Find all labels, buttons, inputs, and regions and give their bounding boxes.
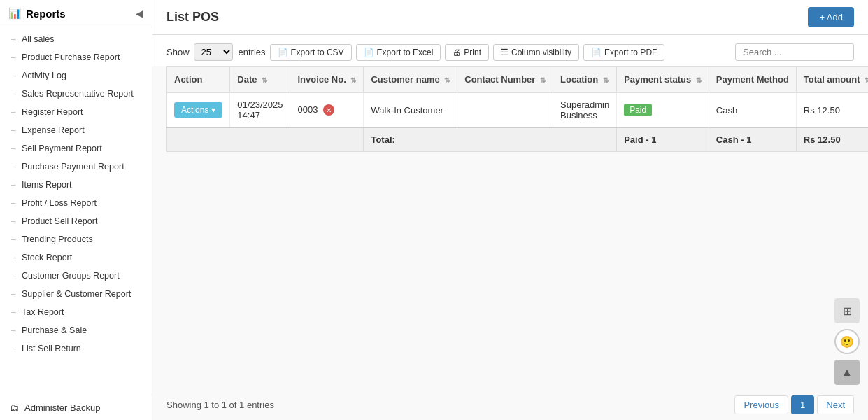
export-csv-button[interactable]: 📄 Export to CSV <box>270 44 352 61</box>
sidebar-item[interactable]: →Stock Report <box>0 248 152 267</box>
invoice-delete-icon[interactable]: ✕ <box>323 104 334 115</box>
col-payment-method: Payment Method <box>709 67 796 93</box>
arrow-icon: → <box>10 90 17 98</box>
sidebar-item[interactable]: →Customer Groups Report <box>0 267 152 285</box>
cell-contact <box>457 92 553 127</box>
cell-date: 01/23/2025 14:47 <box>230 92 290 127</box>
arrow-icon: → <box>10 235 17 244</box>
main-content: List POS + Add Show 25 50 100 entries 📄 … <box>152 0 868 420</box>
pagination: Previous 1 Next <box>734 396 854 414</box>
sidebar-item[interactable]: →Product Purchase Report <box>0 48 152 66</box>
arrow-icon: → <box>10 126 17 134</box>
sidebar-item[interactable]: →List Sell Return <box>0 340 152 358</box>
col-total-amount: Total amount ⇅ <box>796 67 868 93</box>
col-invoice: Invoice No. ⇅ <box>290 67 364 93</box>
cell-location: Superadmin Business <box>553 92 617 127</box>
sidebar-item[interactable]: →Items Report <box>0 176 152 194</box>
sidebar-item[interactable]: →All sales <box>0 30 152 48</box>
page-title: List POS <box>166 10 219 24</box>
smiley-icon-button[interactable]: 🙂 <box>834 329 860 354</box>
sidebar-item[interactable]: →Activity Log <box>0 66 152 85</box>
dropdown-arrow-icon: ▾ <box>211 105 215 115</box>
cell-action: Actions ▾ <box>167 92 230 127</box>
sidebar-item[interactable]: →Supplier & Customer Report <box>0 285 152 303</box>
sidebar-header: 📊 Reports ◀ <box>0 0 152 27</box>
arrow-icon: → <box>10 162 17 171</box>
sidebar-item[interactable]: →Product Sell Report <box>0 212 152 230</box>
search-input[interactable] <box>735 43 854 61</box>
csv-icon: 📄 <box>278 48 288 57</box>
export-excel-button[interactable]: 📄 Export to Excel <box>356 44 441 61</box>
table-wrapper: Action Date ⇅ Invoice No. ⇅ Customer nam… <box>152 66 868 390</box>
entries-select[interactable]: 25 50 100 <box>194 43 233 61</box>
previous-page-button[interactable]: Previous <box>734 396 788 414</box>
sidebar-nav: →All sales→Product Purchase Report→Activ… <box>0 27 152 395</box>
cell-customer: Walk-In Customer <box>364 92 457 127</box>
current-page-button[interactable]: 1 <box>791 396 814 414</box>
next-page-button[interactable]: Next <box>817 396 854 414</box>
arrow-icon: → <box>10 181 17 189</box>
sidebar-item[interactable]: →Trending Products <box>0 230 152 248</box>
cell-payment-status: Paid <box>617 92 709 127</box>
status-badge: Paid <box>624 104 652 116</box>
sidebar-title: 📊 Reports <box>8 7 66 20</box>
arrow-icon: → <box>10 53 17 62</box>
col-action: Action <box>167 67 230 93</box>
arrow-icon: → <box>10 344 17 353</box>
footer-total-label <box>167 127 364 152</box>
col-location: Location ⇅ <box>553 67 617 93</box>
sidebar: 📊 Reports ◀ →All sales→Product Purchase … <box>0 0 152 420</box>
print-button[interactable]: 🖨 Print <box>445 44 489 61</box>
col-contact: Contact Number ⇅ <box>457 67 553 93</box>
arrow-icon: → <box>10 290 17 298</box>
grid-icon-button[interactable]: ⊞ <box>834 298 860 323</box>
arrow-icon: → <box>10 253 17 262</box>
entries-label: entries <box>239 47 266 57</box>
sidebar-item[interactable]: →Sell Payment Report <box>0 139 152 158</box>
col-customer: Customer name ⇅ <box>364 67 457 93</box>
col-date: Date ⇅ <box>230 67 290 93</box>
actions-button[interactable]: Actions ▾ <box>174 102 222 118</box>
table-header-row: Action Date ⇅ Invoice No. ⇅ Customer nam… <box>167 67 869 93</box>
scroll-top-button[interactable]: ▲ <box>834 360 860 385</box>
print-icon: 🖨 <box>453 48 461 57</box>
cell-total-amount: Rs 12.50 <box>796 92 868 127</box>
arrow-icon: → <box>10 272 17 280</box>
pagination-bar: Showing 1 to 1 of 1 entries Previous 1 N… <box>152 390 868 420</box>
col-payment-status: Payment status ⇅ <box>617 67 709 93</box>
add-button[interactable]: + Add <box>808 7 854 27</box>
pos-table: Action Date ⇅ Invoice No. ⇅ Customer nam… <box>166 66 868 152</box>
backup-icon: 🗂 <box>10 402 19 413</box>
sidebar-item[interactable]: →Register Report <box>0 103 152 121</box>
sidebar-item[interactable]: →Sales Representative Report <box>0 85 152 103</box>
cell-payment-method: Cash <box>709 92 796 127</box>
sidebar-item[interactable]: →Tax Report <box>0 303 152 321</box>
footer-total-text: Total: <box>364 127 617 152</box>
arrow-icon: → <box>10 108 17 116</box>
arrow-icon: → <box>10 326 17 335</box>
footer-payment-status: Paid - 1 <box>617 127 709 152</box>
column-visibility-button[interactable]: ☰ Column visibility <box>493 44 579 61</box>
sidebar-item[interactable]: →Purchase & Sale <box>0 321 152 340</box>
sidebar-collapse-button[interactable]: ◀ <box>136 8 143 19</box>
footer-payment-method: Cash - 1 <box>709 127 796 152</box>
arrow-icon: → <box>10 71 17 80</box>
toolbar-left: Show 25 50 100 entries 📄 Export to CSV 📄… <box>166 43 664 61</box>
column-icon: ☰ <box>501 48 508 57</box>
sidebar-footer-backup[interactable]: 🗂 Administer Backup <box>0 395 152 420</box>
table-row: Actions ▾ 01/23/2025 14:47 0003 ✕ Walk-I… <box>167 92 869 127</box>
sidebar-item[interactable]: →Purchase Payment Report <box>0 158 152 176</box>
show-label: Show <box>166 47 190 57</box>
excel-icon: 📄 <box>364 48 374 57</box>
showing-text: Showing 1 to 1 of 1 entries <box>166 400 274 410</box>
sidebar-item[interactable]: →Profit / Loss Report <box>0 194 152 212</box>
sidebar-item[interactable]: →Expense Report <box>0 121 152 139</box>
table-footer-row: Total: Paid - 1 Cash - 1 Rs 12.50 Rs 12.… <box>167 127 869 152</box>
bottom-icons: ⊞ 🙂 ▲ <box>834 298 860 385</box>
footer-total-amount: Rs 12.50 <box>796 127 868 152</box>
export-pdf-button[interactable]: 📄 Export to PDF <box>583 44 664 61</box>
bar-chart-icon: 📊 <box>8 7 22 20</box>
cell-invoice: 0003 ✕ <box>290 92 364 127</box>
arrow-icon: → <box>10 199 17 207</box>
main-header: List POS + Add <box>152 0 868 35</box>
